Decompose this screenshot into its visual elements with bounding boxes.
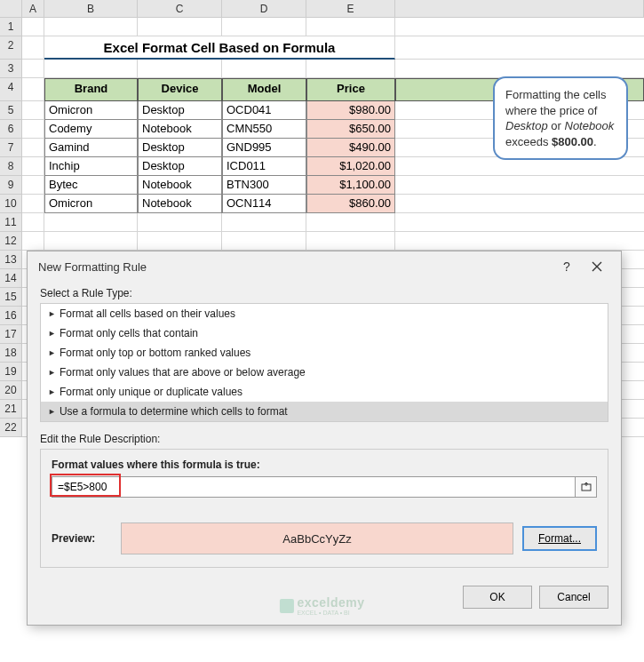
data-cell[interactable]: Notebook — [138, 195, 222, 213]
format-button[interactable]: Format... — [522, 526, 597, 551]
row-header[interactable]: 5 — [0, 101, 22, 120]
row-header[interactable]: 20 — [0, 381, 22, 400]
edit-description-label: Edit the Rule Description: — [40, 433, 608, 445]
help-button[interactable]: ? — [552, 253, 582, 280]
preview-sample: AaBbCcYyZz — [121, 522, 513, 554]
data-cell[interactable]: Desktop — [138, 139, 222, 157]
formula-label: Format values where this formula is true… — [52, 459, 597, 471]
bullet-icon: ► — [48, 387, 56, 396]
rule-type-label: Format all cells based on their values — [60, 307, 235, 320]
col-header-A[interactable]: A — [22, 0, 44, 17]
annotation-callout: Formatting the cells where the price of … — [493, 76, 628, 160]
rule-type-label: Format only unique or duplicate values — [60, 386, 242, 398]
row-header[interactable]: 1 — [0, 18, 22, 36]
row-header[interactable]: 2 — [0, 36, 22, 60]
row-header[interactable]: 6 — [0, 120, 22, 139]
bullet-icon: ► — [48, 407, 56, 416]
table-header-cell[interactable]: Price — [306, 78, 395, 101]
data-cell[interactable]: Notebook — [138, 120, 222, 139]
watermark-logo-icon — [279, 599, 293, 613]
rule-type-label: Use a formula to determine which cells t… — [60, 405, 288, 418]
row-header[interactable]: 9 — [0, 176, 22, 195]
data-cell[interactable]: $860.00 — [306, 195, 395, 213]
row-header[interactable]: 14 — [0, 269, 22, 288]
watermark: exceldemy EXCEL • DATA • BI — [279, 595, 364, 616]
bullet-icon: ► — [48, 309, 56, 318]
data-cell[interactable]: Omicron — [44, 195, 138, 213]
row-header[interactable]: 3 — [0, 60, 22, 78]
data-cell[interactable]: GND995 — [222, 139, 306, 157]
col-header-B[interactable]: B — [44, 0, 138, 17]
select-all-corner[interactable] — [0, 0, 22, 17]
col-header-C[interactable]: C — [138, 0, 222, 17]
data-cell[interactable]: $490.00 — [306, 139, 395, 157]
data-cell[interactable]: ICD011 — [222, 157, 306, 176]
table-header-cell[interactable]: Device — [138, 78, 222, 101]
rule-type-label: Format only values that are above or bel… — [60, 366, 306, 379]
data-cell[interactable]: $1,100.00 — [306, 176, 395, 195]
table-header-cell[interactable]: Brand — [44, 78, 138, 101]
table-header-cell[interactable]: Model — [222, 78, 306, 101]
data-cell[interactable]: Desktop — [138, 101, 222, 120]
preview-label: Preview: — [52, 532, 112, 545]
row-header[interactable]: 15 — [0, 288, 22, 307]
data-cell[interactable]: OCD041 — [222, 101, 306, 120]
data-cell[interactable]: OCN114 — [222, 195, 306, 213]
rule-type-item[interactable]: ►Format only unique or duplicate values — [41, 382, 608, 402]
data-cell[interactable]: Desktop — [138, 157, 222, 176]
data-cell[interactable]: $1,020.00 — [306, 157, 395, 176]
rule-type-item[interactable]: ►Format all cells based on their values — [41, 304, 608, 323]
ok-button[interactable]: OK — [463, 586, 532, 609]
rule-type-list[interactable]: ►Format all cells based on their values►… — [40, 303, 608, 422]
row-header[interactable]: 8 — [0, 157, 22, 176]
column-headers: A B C D E — [0, 0, 644, 18]
data-cell[interactable]: Codemy — [44, 120, 138, 139]
formula-input[interactable] — [52, 476, 576, 498]
data-cell[interactable]: Notebook — [138, 176, 222, 195]
collapse-icon — [581, 482, 592, 492]
row-header[interactable]: 17 — [0, 325, 22, 344]
col-header-E[interactable]: E — [306, 0, 395, 17]
cancel-button[interactable]: Cancel — [539, 586, 608, 609]
row-header[interactable]: 4 — [0, 78, 22, 101]
rule-type-item[interactable]: ►Format only cells that contain — [41, 323, 608, 343]
data-cell[interactable]: Bytec — [44, 176, 138, 195]
select-rule-type-label: Select a Rule Type: — [40, 287, 608, 299]
row-header[interactable]: 13 — [0, 251, 22, 269]
col-header-D[interactable]: D — [222, 0, 306, 17]
dialog-title: New Formatting Rule — [38, 260, 552, 274]
range-selector-button[interactable] — [576, 476, 597, 498]
row-header[interactable]: 22 — [0, 419, 22, 437]
close-button[interactable] — [582, 253, 612, 280]
bullet-icon: ► — [48, 329, 56, 338]
data-cell[interactable]: $980.00 — [306, 101, 395, 120]
row-header[interactable]: 11 — [0, 213, 22, 232]
row-header[interactable]: 19 — [0, 363, 22, 381]
row-header[interactable]: 16 — [0, 307, 22, 325]
data-cell[interactable]: Omicron — [44, 101, 138, 120]
rule-type-label: Format only top or bottom ranked values — [60, 347, 250, 359]
data-cell[interactable]: CMN550 — [222, 120, 306, 139]
rule-type-item[interactable]: ►Format only values that are above or be… — [41, 363, 608, 382]
row-header[interactable]: 21 — [0, 400, 22, 419]
bullet-icon: ► — [48, 348, 56, 357]
rule-type-label: Format only cells that contain — [60, 327, 198, 339]
close-icon — [592, 261, 602, 272]
dialog-titlebar[interactable]: New Formatting Rule ? — [28, 251, 621, 282]
row-header[interactable]: 12 — [0, 232, 22, 251]
row-header[interactable]: 7 — [0, 139, 22, 157]
new-formatting-rule-dialog: New Formatting Rule ? Select a Rule Type… — [27, 251, 622, 626]
data-cell[interactable]: Inchip — [44, 157, 138, 176]
rule-description-box: Format values where this formula is true… — [40, 449, 608, 568]
col-header-rest — [395, 0, 644, 17]
data-cell[interactable]: Gamind — [44, 139, 138, 157]
row-header[interactable]: 18 — [0, 344, 22, 363]
page-title[interactable]: Excel Format Cell Based on Formula — [44, 36, 395, 60]
bullet-icon: ► — [48, 368, 56, 377]
rule-type-item[interactable]: ►Format only top or bottom ranked values — [41, 343, 608, 363]
data-cell[interactable]: $650.00 — [306, 120, 395, 139]
row-header[interactable]: 10 — [0, 195, 22, 213]
rule-type-item[interactable]: ►Use a formula to determine which cells … — [41, 402, 608, 421]
data-cell[interactable]: BTN300 — [222, 176, 306, 195]
